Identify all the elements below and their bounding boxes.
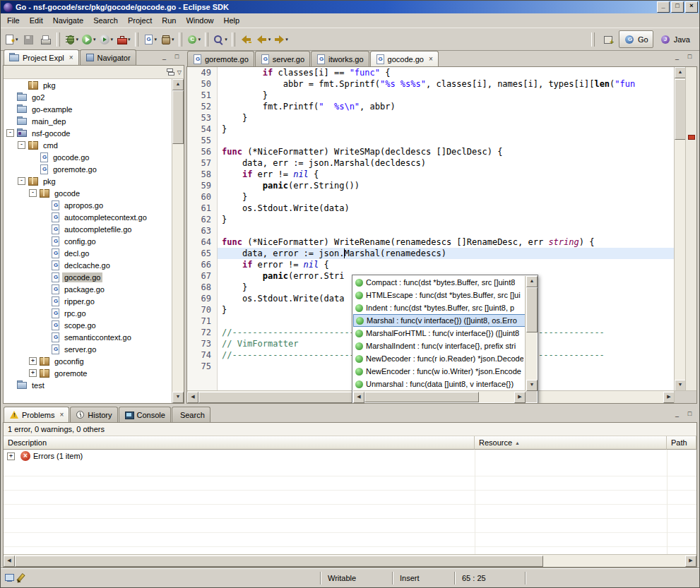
dropdown-icon[interactable]: ▾ [225,37,227,42]
close-tab-icon[interactable]: × [429,56,433,63]
scroll-left-button[interactable]: ◀ [4,556,15,567]
close-tab-icon[interactable]: × [69,54,73,61]
menu-file[interactable]: File [2,14,25,27]
tab-history[interactable]: History [70,407,117,422]
code-text[interactable]: } [218,214,675,225]
new-wizard-button[interactable]: ▾ [2,32,20,47]
code-text[interactable]: } [218,191,675,203]
new-class-button[interactable]: ▾ [185,32,203,47]
tree-item-autocompletecontext-go[interactable]: autocompletecontext.go [4,211,172,223]
tree-item-rpc-go[interactable]: rpc.go [4,307,172,319]
tab-search[interactable]: Search [172,407,210,422]
menu-search[interactable]: Search [88,14,123,27]
tab-project-expl[interactable]: Project Expl× [4,49,79,65]
dropdown-icon[interactable]: ▾ [111,37,114,42]
scroll-up-button[interactable]: ▲ [172,79,184,90]
scroll-up-button[interactable]: ▲ [526,276,538,287]
autocomplete-item[interactable]: Indent : func(dst *bytes.Buffer, src []u… [353,301,526,314]
maximize-view-button[interactable]: □ [684,52,696,63]
code-text[interactable]: fmt.Printf(" %s\n", abbr) [218,101,675,112]
scroll-left-button[interactable]: ◀ [187,392,198,403]
minimize-view-button[interactable]: _ [671,409,683,420]
tree-item-declcache-go[interactable]: declcache.go [4,259,172,271]
tree-item-package-go[interactable]: package.go [4,283,172,295]
minimize-view-button[interactable]: _ [158,52,170,63]
menu-project[interactable]: Project [123,14,157,27]
tree-scrollbar[interactable]: ▲ ▼ [172,79,184,403]
tree-item-server-go[interactable]: server.go [4,343,172,355]
tree-item-main_dep[interactable]: main_dep [4,115,172,127]
dropdown-icon[interactable]: ▾ [268,37,271,42]
expander-plus-icon[interactable]: + [29,357,37,365]
dropdown-icon[interactable]: ▾ [93,37,96,42]
search-button[interactable]: ▾ [211,32,229,47]
perspective-java[interactable]: Java [655,30,695,48]
problems-horizontal-scrollbar[interactable]: ◀ ▶ [4,554,696,567]
table-row[interactable]: + Errors (1 item) [4,450,696,462]
dropdown-icon[interactable]: ▾ [198,37,201,42]
editor-tab-itworks-go[interactable]: itworks.go [311,51,369,66]
dropdown-icon[interactable]: ▾ [172,37,174,42]
overview-ruler[interactable] [685,67,696,391]
maximize-view-button[interactable]: □ [171,52,183,63]
tree-item-config-go[interactable]: config.go [4,235,172,247]
scroll-down-button[interactable]: ▼ [675,380,686,391]
tree-item-gocode-go[interactable]: gocode.go [4,271,172,283]
menu-help[interactable]: Help [219,14,245,27]
tree-item-goremote[interactable]: +goremote [4,367,172,379]
column-header-resource[interactable]: Resource▲ [475,436,667,450]
error-marker[interactable] [688,135,695,140]
code-text[interactable]: if err != nil { [218,169,675,180]
scrollbar-thumb[interactable] [675,79,686,140]
scroll-right-button[interactable]: ▶ [663,392,675,403]
menu-window[interactable]: Window [181,14,218,27]
scrollbar-thumb[interactable] [364,392,479,402]
autocomplete-item[interactable]: Marshal : func(v interface{}) ([]uint8, … [353,314,526,327]
scroll-left-button[interactable]: ◀ [353,392,364,403]
run-button[interactable]: ▾ [80,32,97,47]
fast-view-icon[interactable] [4,572,15,584]
tab-navigator[interactable]: Navigator [80,49,136,65]
dropdown-icon[interactable]: ▾ [16,37,18,42]
code-text[interactable]: data, error := json.Marshal(renamedescs) [218,248,675,259]
code-text[interactable]: data, err := json.Marshal(decldescs) [218,157,675,169]
new-go-element-button[interactable]: ▾ [141,32,159,47]
scroll-up-button[interactable]: ▲ [675,67,686,78]
code-text[interactable]: os.Stdout.Write(data) [218,203,675,214]
tab-console[interactable]: Console [119,407,171,422]
code-text[interactable] [218,135,675,146]
close-button[interactable]: × [685,1,698,13]
column-header-path[interactable]: Path [667,436,696,450]
tree-item-apropos-go[interactable]: apropos.go [4,199,172,211]
tree-item-scope-go[interactable]: scope.go [4,319,172,331]
tree-item-semanticcontext-go[interactable]: semanticcontext.go [4,331,172,343]
tree-item-pkg[interactable]: -pkg [4,175,172,187]
code-text[interactable]: } [218,90,675,101]
expander-minus-icon[interactable]: - [6,129,14,137]
collapse-all-icon[interactable] [166,68,174,76]
forward-button[interactable]: ▾ [272,32,290,47]
expander-minus-icon[interactable]: - [29,189,37,197]
tree-item-test[interactable]: test [4,379,172,391]
menu-run[interactable]: Run [157,14,181,27]
code-text[interactable]: } [218,112,675,124]
scroll-right-button[interactable]: ▶ [685,556,696,567]
code-text[interactable]: func (*NiceFormatter) WriteSMap(decldesc… [218,146,675,157]
scroll-down-button[interactable]: ▼ [172,392,184,403]
scroll-down-button[interactable]: ▼ [526,380,538,391]
save-button[interactable] [20,32,37,47]
popup-horizontal-scrollbar[interactable]: ◀ ▶ [353,390,526,402]
autocomplete-item[interactable]: HTMLEscape : func(dst *bytes.Buffer, src… [353,289,526,301]
code-text[interactable]: if error != nil { [218,259,675,270]
dropdown-icon[interactable]: ▾ [155,37,158,42]
print-button[interactable] [37,32,54,47]
tree-item-decl-go[interactable]: decl.go [4,247,172,259]
popup-vertical-scrollbar[interactable]: ▲ ▼ [525,276,537,391]
expander-plus-icon[interactable]: + [7,452,15,460]
tree-item-nsf-gocode[interactable]: -nsf-gocode [4,127,172,139]
expander-minus-icon[interactable]: - [18,141,25,149]
close-tab-icon[interactable]: × [59,412,64,419]
tree-item-goconfig[interactable]: +goconfig [4,355,172,367]
minimize-view-button[interactable]: _ [671,52,683,63]
code-text[interactable]: } [218,124,675,135]
